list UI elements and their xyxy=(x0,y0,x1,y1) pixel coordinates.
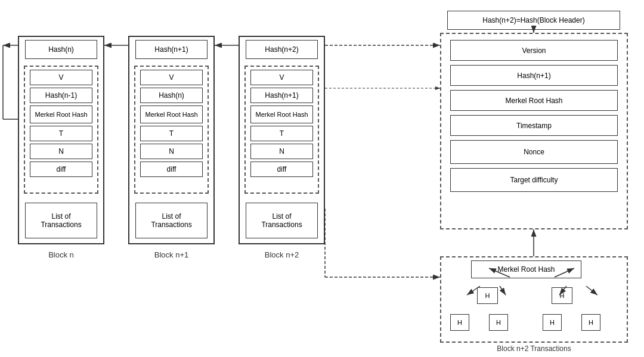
block-n-label: Block n xyxy=(18,250,104,259)
block-n2-outer: Hash(n+2) V Hash(n+1) Merkel Root Hash T… xyxy=(239,36,325,244)
header-version: Version xyxy=(450,40,618,61)
block-n1-transactions: List of Transactions xyxy=(135,203,208,238)
block-n-prev-hash: Hash(n-1) xyxy=(30,88,92,103)
block-n2-v: V xyxy=(250,70,313,85)
block-n2-n: N xyxy=(250,144,313,159)
block-n2-merkel: Merkel Root Hash xyxy=(250,105,313,123)
header-merkel: Merkel Root Hash xyxy=(450,90,618,111)
block-n1-label: Block n+1 xyxy=(128,250,215,259)
merkel-root: Merkel Root Hash xyxy=(471,260,581,278)
block-n2-inner: V Hash(n+1) Merkel Root Hash T N diff xyxy=(244,66,319,194)
block-n-inner: V Hash(n-1) Merkel Root Hash T N diff xyxy=(24,66,98,194)
block-n1-hash: Hash(n+1) xyxy=(135,40,208,59)
block-n2-label: Block n+2 xyxy=(239,250,325,259)
block-n2-prev-hash: Hash(n+1) xyxy=(250,88,313,103)
block-n-transactions: List of Transactions xyxy=(25,203,97,238)
block-n-diff: diff xyxy=(30,162,92,177)
header-target-difficulty: Target difficulty xyxy=(450,168,618,192)
header-hash-n1: Hash(n+1) xyxy=(450,65,618,86)
block-n-outer: Hash(n) V Hash(n-1) Merkel Root Hash T N… xyxy=(18,36,104,244)
block-n1-diff: diff xyxy=(140,162,203,177)
merkel-h5: H xyxy=(543,314,562,331)
block-n2-diff: diff xyxy=(250,162,313,177)
block-n1-t: T xyxy=(140,126,203,141)
block-n1-v: V xyxy=(140,70,203,85)
block-header-outer: Version Hash(n+1) Merkel Root Hash Times… xyxy=(440,33,628,229)
merkel-h6: H xyxy=(581,314,600,331)
merkel-h4: H xyxy=(489,314,508,331)
block-n1-inner: V Hash(n) Merkel Root Hash T N diff xyxy=(134,66,209,194)
block-n2-hash: Hash(n+2) xyxy=(246,40,318,59)
block-n-v: V xyxy=(30,70,92,85)
block-n1-merkel: Merkel Root Hash xyxy=(140,105,203,123)
block-n2-transactions: List of Transactions xyxy=(246,203,318,238)
blockchain-diagram: Hash(n) V Hash(n-1) Merkel Root Hash T N… xyxy=(0,0,644,357)
block-n2-t: T xyxy=(250,126,313,141)
block-n1-prev-hash: Hash(n) xyxy=(140,88,203,103)
header-timestamp: Timestamp xyxy=(450,115,618,136)
merkel-tree-outer: Merkel Root Hash H H H H H H xyxy=(440,256,628,343)
block-n1-outer: Hash(n+1) V Hash(n) Merkel Root Hash T N… xyxy=(128,36,215,244)
header-nonce: Nonce xyxy=(450,140,618,164)
merkel-h2: H xyxy=(552,287,572,304)
block-n-t: T xyxy=(30,126,92,141)
merkel-h1: H xyxy=(477,287,498,304)
block-n-merkel: Merkel Root Hash xyxy=(30,105,92,123)
block-header-title: Hash(n+2)=Hash(Block Header) xyxy=(447,11,620,30)
block-n1-n: N xyxy=(140,144,203,159)
block-n-n: N xyxy=(30,144,92,159)
merkel-h3: H xyxy=(450,314,469,331)
merkel-tree-label: Block n+2 Transactions xyxy=(440,344,628,353)
block-n-hash: Hash(n) xyxy=(25,40,97,59)
